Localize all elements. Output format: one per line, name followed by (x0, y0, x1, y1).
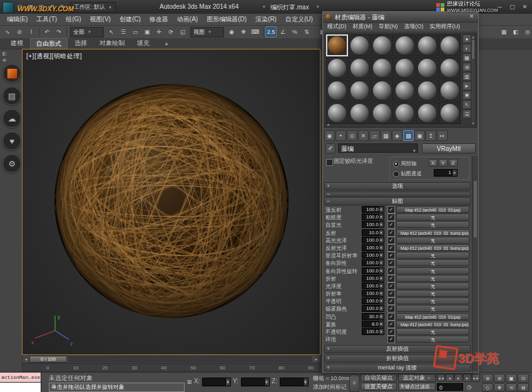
map-enabled-checkbox[interactable]: ✓ (387, 244, 395, 252)
set-key-icon[interactable]: ✧ (349, 374, 359, 392)
material-editor-menu-item[interactable]: 导航(N) (376, 22, 401, 31)
material-sample-slot[interactable] (326, 34, 348, 56)
cloud-button[interactable]: ☁ (3, 109, 21, 128)
map-enabled-checkbox[interactable]: ✓ (387, 259, 395, 267)
map-slot-button[interactable]: 无 (396, 237, 469, 244)
map-enabled-checkbox[interactable]: ✓ (387, 275, 395, 282)
ribbon-tab[interactable]: 自由形式 (30, 38, 68, 49)
material-sample-slot[interactable] (416, 34, 438, 56)
scrollbar-thumb[interactable] (472, 40, 474, 59)
map-amount-spinner[interactable]: 100.0 (362, 305, 384, 312)
spinner-arrows-icon[interactable] (379, 214, 384, 220)
maxscript-mini-listener-line2[interactable] (0, 383, 41, 392)
map-enabled-checkbox[interactable]: ✓ (387, 206, 395, 214)
time-slider-left-icon[interactable]: ◄ (23, 358, 29, 361)
spinner-arrows-icon[interactable] (379, 207, 384, 212)
spinner-arrows-icon[interactable] (379, 276, 384, 281)
axis-y-button[interactable]: Y (439, 159, 448, 167)
favorite-button[interactable]: ♥ (3, 132, 21, 150)
expand-icon[interactable]: + (327, 364, 330, 371)
material-editor-menu-item[interactable]: 实用程序(U) (427, 22, 464, 31)
snaps-toggle-icon[interactable]: 2.5 (265, 26, 277, 38)
material-sample-slot[interactable] (371, 34, 393, 56)
expand-icon[interactable]: + (327, 355, 330, 362)
window-crossing-toggle-icon[interactable]: ▣ (141, 26, 153, 38)
bind-to-space-warp-icon[interactable]: ⌇ (26, 26, 37, 38)
go-to-start-icon[interactable]: ◄◄ (437, 374, 445, 382)
maximize-viewport-toggle-icon[interactable]: ⊠ (518, 383, 529, 392)
show-end-result-icon[interactable]: ▣ (414, 130, 425, 141)
map-amount-spinner[interactable]: 30.0 (362, 313, 384, 320)
map-amount-spinner[interactable]: 100.0 (362, 282, 384, 289)
get-material-icon[interactable]: ◉ (324, 130, 335, 141)
map-slot-button[interactable]: 无 (396, 290, 469, 297)
keyboard-shortcut-override-icon[interactable]: ⌨ (250, 26, 261, 38)
map-channel-radio[interactable] (393, 171, 399, 177)
map-slot-button[interactable]: Map #12 (arch40_019_03_bump.jpg) (396, 244, 469, 251)
go-to-end-icon[interactable]: ►► (472, 374, 480, 382)
render-setup-icon[interactable]: ▦ (498, 26, 509, 38)
spinner-arrows-icon[interactable] (303, 378, 308, 386)
pick-material-eyedropper-icon[interactable]: ✐ (325, 143, 335, 153)
material-sample-slot[interactable] (416, 57, 438, 79)
pan-view-icon[interactable]: ✥ (494, 383, 505, 392)
collapse-icon[interactable]: − (327, 192, 330, 196)
map-enabled-checkbox[interactable]: ✓ (387, 305, 395, 312)
map-enabled-checkbox[interactable]: ✓ (387, 336, 395, 343)
spinner-arrows-icon[interactable] (379, 291, 384, 296)
material-sample-slot[interactable] (439, 57, 461, 79)
map-channel-spinner[interactable]: 1 (434, 169, 458, 177)
material-editor-options-icon[interactable]: ✱ (463, 91, 471, 100)
map-slot-button[interactable]: 无 (396, 252, 469, 259)
menu-item[interactable]: 动画(A) (173, 14, 202, 25)
background-icon[interactable]: ▦ (463, 53, 471, 62)
put-to-library-icon[interactable]: ▦ (381, 130, 391, 141)
render-production-icon[interactable]: ◎ (522, 26, 532, 38)
material-editor-menu-item[interactable]: 选项(O) (401, 22, 427, 31)
play-animation-icon[interactable]: ► (454, 374, 463, 382)
ribbon-tab[interactable]: 填充 (131, 38, 155, 49)
select-and-rotate-icon[interactable]: ⟳ (165, 26, 176, 38)
map-amount-spinner[interactable]: 100.0 (362, 259, 384, 266)
time-slider-track[interactable] (68, 356, 312, 362)
go-forward-to-sibling-icon[interactable]: ↦ (437, 130, 448, 141)
set-key-button[interactable]: 设置关键点 (361, 383, 397, 391)
material-sample-slot[interactable] (394, 80, 416, 101)
material-editor-title-bar[interactable]: 材质编辑器 - 藤编 ✕ (323, 12, 478, 23)
menu-item[interactable]: 编辑(E) (3, 14, 32, 25)
expand-icon[interactable]: + (327, 346, 330, 353)
map-enabled-checkbox[interactable]: ✓ (387, 313, 395, 321)
next-frame-icon[interactable]: ► (463, 374, 471, 382)
settings-button[interactable]: ⚙ (3, 154, 21, 173)
zoom-extents-all-icon[interactable]: ⊡ (518, 374, 529, 383)
undo-icon[interactable]: ↶ (41, 26, 53, 38)
expand-icon[interactable]: + (327, 183, 330, 190)
previous-frame-icon[interactable]: ◄ (446, 374, 454, 382)
map-amount-spinner[interactable]: 100.0 (362, 237, 384, 244)
rollout-divider[interactable]: − (324, 192, 471, 197)
map-enabled-checkbox[interactable]: ✓ (387, 229, 395, 237)
go-to-parent-icon[interactable]: ↥ (426, 130, 436, 141)
menu-item[interactable]: 渲染(R) (251, 14, 281, 25)
workspace-dropdown[interactable]: 工作区: 默认 ▼ (70, 2, 116, 13)
material-sample-slot[interactable] (349, 57, 371, 79)
spinner-arrows-icon[interactable] (379, 230, 384, 235)
redo-icon[interactable]: ↷ (53, 26, 64, 38)
spinner-arrows-icon[interactable] (379, 237, 384, 243)
add-viewport-tab-icon[interactable]: ✚ (1, 57, 8, 64)
scrollbar-thumb[interactable] (474, 181, 477, 237)
material-sample-slot[interactable] (394, 34, 416, 56)
map-enabled-checkbox[interactable]: ✓ (387, 321, 395, 328)
ribbon-tab[interactable]: 对象绘制 (94, 38, 130, 49)
material-sample-slot[interactable] (416, 80, 438, 101)
map-slot-button[interactable]: Map #12 (arch40_019_03_bump.jpg) (396, 229, 469, 236)
spinner-arrows-icon[interactable] (379, 298, 384, 304)
backlight-icon[interactable]: ◐ (463, 44, 471, 53)
local-axis-radio[interactable] (393, 161, 399, 167)
3ds-max-shortcut-button[interactable] (3, 64, 21, 83)
angle-snap-toggle-icon[interactable]: ∠ (277, 26, 289, 38)
map-amount-spinner[interactable]: 100.0 (362, 244, 384, 251)
map-amount-spinner[interactable]: 100.0 (362, 297, 384, 304)
viewport-label[interactable]: [+][透视][明暗处理] (26, 52, 82, 61)
material-sample-slot[interactable] (439, 80, 461, 101)
